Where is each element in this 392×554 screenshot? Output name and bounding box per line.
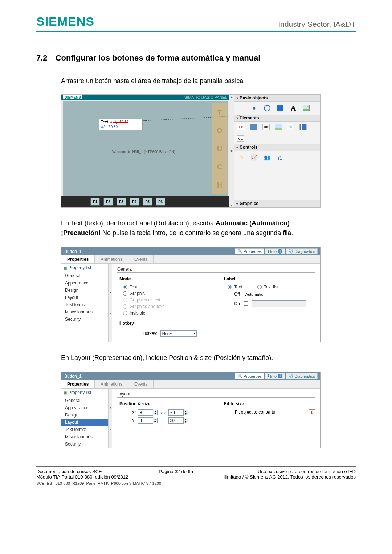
vertical-scrollbar[interactable]: ▴■▾: [229, 95, 234, 207]
plist2-textformat[interactable]: Text format: [61, 426, 108, 433]
plist-security[interactable]: Security: [61, 316, 108, 323]
datetime-icon[interactable]: ⏲5: [287, 124, 294, 130]
toolbox-section-graphics[interactable]: Graphics: [234, 200, 320, 207]
alarm-view-icon[interactable]: ⚠: [237, 154, 245, 161]
tab-events[interactable]: Events: [128, 255, 154, 263]
hmi-brand: SIEMENS: [63, 95, 82, 99]
fit-icon[interactable]: ◧: [309, 409, 315, 415]
plist-misc[interactable]: Miscellaneous: [61, 308, 108, 316]
plist2-design[interactable]: Design: [61, 411, 108, 419]
radio-mode-graphic[interactable]: [123, 291, 127, 296]
inspector-tab-properties-2[interactable]: 🔍 Properties: [235, 373, 264, 379]
trend-view-icon[interactable]: 📈: [250, 154, 258, 161]
graphic-io-icon[interactable]: [275, 124, 282, 130]
fkey-f3[interactable]: F3: [117, 198, 126, 206]
inspector-tab-diagnostics[interactable]: 🩺 Diagnostics: [286, 248, 318, 254]
radio-mode-invisible[interactable]: [123, 311, 127, 315]
label-on: On: [234, 301, 240, 306]
tab-properties[interactable]: Properties: [61, 255, 95, 263]
touch-side-label: TOUCH: [212, 103, 227, 194]
rectangle-icon[interactable]: [276, 104, 284, 112]
fkey-f2[interactable]: F2: [103, 198, 113, 206]
tab-events-2[interactable]: Events: [128, 380, 154, 388]
general-section-label: General: [117, 267, 315, 273]
inspector-tab-info-2[interactable]: ℹ Info i: [265, 373, 285, 379]
symbolic-io-icon[interactable]: 10▾: [262, 124, 270, 130]
input-width[interactable]: [168, 409, 184, 416]
paragraph-text-label: En Text (texto), dentro de Label (Rotula…: [61, 218, 356, 238]
line-icon[interactable]: ／: [235, 103, 246, 114]
splitter-2[interactable]: ◂▸: [109, 389, 112, 448]
screenshot-properties-layout: Button_1 🔍 Properties ℹ Info i 🩺 Diagnos…: [61, 372, 321, 448]
plist2-misc[interactable]: Miscellaneous: [61, 433, 108, 440]
inspector-tab-properties[interactable]: 🔍 Properties: [235, 248, 264, 254]
radio-mode-text[interactable]: [123, 285, 127, 289]
footer-right-1: Uso exclusivo para centros de formación …: [224, 469, 356, 474]
input-y[interactable]: [138, 417, 153, 424]
plist2-appearance[interactable]: Appearance: [61, 404, 108, 411]
screenshot-hmi-toolbox: SIEMENS SIMATIC BASIC PANEL Text ◄x/y: 1…: [61, 94, 321, 208]
splitter[interactable]: ◂▸: [109, 264, 112, 342]
toolbox-section-controls[interactable]: Controls: [234, 144, 320, 151]
recipe-view-icon[interactable]: 🗂: [276, 154, 284, 161]
button-tooltip: Text ◄x/y: 13,14 w/h: 60,30: [99, 119, 143, 130]
fit-to-size-title: Fit to size: [224, 401, 315, 406]
fkey-f4[interactable]: F4: [130, 198, 139, 206]
hotkey-label: Hotkey:: [143, 331, 158, 336]
radio-label-textlist[interactable]: [257, 285, 262, 289]
radio-mode-gatext: [123, 304, 127, 309]
text-icon[interactable]: A: [289, 104, 297, 112]
plist-textformat[interactable]: Text format: [61, 301, 108, 308]
fkey-f6[interactable]: F6: [156, 198, 165, 206]
mode-group-title: Mode: [119, 276, 211, 282]
plist2-layout[interactable]: Layout: [61, 419, 108, 426]
radio-label-text[interactable]: [228, 285, 232, 289]
input-height[interactable]: [168, 417, 184, 424]
intro-text: Arrastre un botón hasta el área de traba…: [61, 77, 356, 86]
button-element-icon[interactable]: [250, 124, 257, 130]
checkbox-on[interactable]: [244, 301, 248, 306]
inspector-tab-diagnostics-2[interactable]: 🩺 Diagnostics: [286, 373, 318, 379]
plist2-general[interactable]: General: [61, 397, 108, 404]
page-footer: Documentación de cursos SCE Módulo TIA P…: [36, 466, 356, 480]
screenshot-properties-general: Button_1 🔍 Properties ℹ Info i 🩺 Diagnos…: [61, 247, 321, 342]
plist2-security[interactable]: Security: [61, 440, 108, 448]
label-y: Y:: [132, 418, 136, 423]
input-x[interactable]: [138, 409, 153, 416]
input-off-text[interactable]: [244, 291, 298, 297]
bar-icon[interactable]: [299, 124, 307, 130]
label-group-title: Label: [224, 276, 315, 282]
footer-right-2: Ilimitado / © Siemens AG 2012. Todos los…: [224, 474, 356, 480]
image-icon[interactable]: [302, 104, 310, 112]
checkbox-fit-contents[interactable]: [228, 410, 232, 414]
user-view-icon[interactable]: 👥: [263, 154, 271, 161]
tab-animations-2[interactable]: Animations: [95, 380, 128, 388]
circle-icon[interactable]: [263, 104, 271, 112]
inspector-tab-info[interactable]: ℹ Info i: [265, 248, 285, 254]
tab-animations[interactable]: Animations: [95, 255, 128, 263]
label-x: X:: [132, 410, 136, 415]
plist-design[interactable]: Design: [61, 287, 108, 294]
ellipse-icon[interactable]: ●: [250, 104, 258, 112]
plist-appearance[interactable]: Appearance: [61, 279, 108, 287]
hotkey-group-title: Hotkey: [119, 321, 211, 326]
tab-properties-2[interactable]: Properties: [61, 380, 95, 388]
height-icon: ↕: [160, 419, 166, 423]
property-list-header[interactable]: Property list: [61, 264, 108, 272]
toolbox-section-elements[interactable]: Elements: [234, 115, 320, 122]
plist-layout[interactable]: Layout: [61, 294, 108, 301]
footer-left-2: Módulo TIA Portal 010-080, edición 09/20…: [36, 474, 128, 480]
fkey-f1[interactable]: F1: [90, 198, 100, 206]
fkey-f5[interactable]: F5: [143, 198, 152, 206]
toolbox-section-basic[interactable]: Basic objects: [234, 95, 320, 102]
position-size-title: Position & size: [119, 401, 211, 406]
property-list-header-2[interactable]: Property list: [61, 389, 108, 397]
hotkey-dropdown[interactable]: None: [160, 330, 197, 337]
plist-general[interactable]: General: [61, 272, 108, 279]
hmi-work-area[interactable]: Text ◄x/y: 13,14 w/h: 60,30 Welcome to H…: [63, 101, 228, 196]
label-off: Off: [234, 292, 240, 297]
hmi-panel-title: SIMATIC BASIC PANEL: [184, 95, 227, 99]
switch-icon[interactable]: 0 1: [237, 135, 244, 142]
toolbox-panel: Basic objects ／ ● A Elements 0.12 10▾ ⏲5: [234, 95, 320, 207]
io-field-icon[interactable]: 0.12: [237, 124, 245, 130]
